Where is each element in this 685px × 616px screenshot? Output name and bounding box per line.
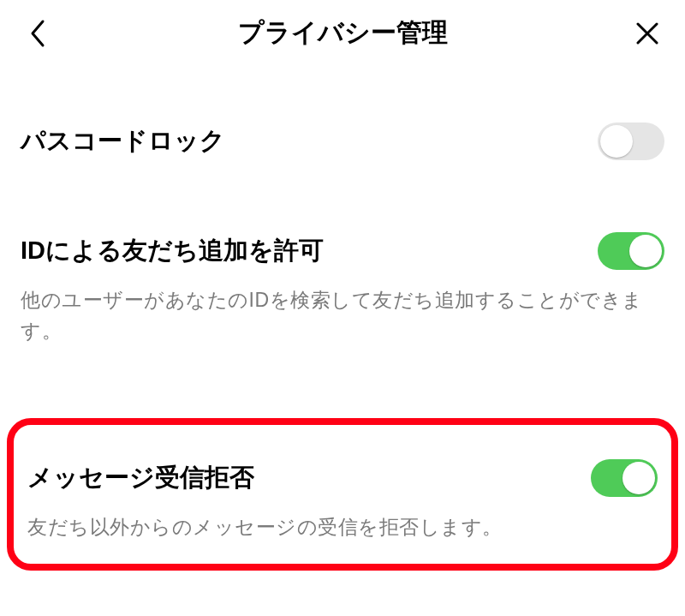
setting-row: パスコードロック bbox=[21, 123, 664, 160]
close-button[interactable] bbox=[630, 16, 664, 51]
back-button[interactable] bbox=[21, 16, 55, 51]
chevron-left-icon bbox=[29, 19, 46, 48]
toggle-knob bbox=[622, 462, 655, 494]
section-passcode-lock: パスコードロック bbox=[21, 66, 664, 160]
setting-label-id-add: IDによる友だち追加を許可 bbox=[21, 234, 324, 268]
toggle-message-block[interactable] bbox=[591, 459, 658, 497]
setting-subtext-message-block: 友だち以外からのメッセージの受信を拒否します。 bbox=[27, 512, 658, 543]
close-icon bbox=[635, 21, 659, 45]
toggle-knob bbox=[600, 125, 633, 158]
settings-content: パスコードロック IDによる友だち追加を許可 他のユーザーがあなたのIDを検索し… bbox=[0, 66, 685, 571]
section-id-friend-add: IDによる友だち追加を許可 他のユーザーがあなたのIDを検索して友だち追加するこ… bbox=[21, 160, 664, 346]
setting-row: IDによる友だち追加を許可 bbox=[21, 232, 664, 270]
section-message-block-highlighted: メッセージ受信拒否 友だち以外からのメッセージの受信を拒否します。 bbox=[7, 418, 678, 571]
setting-label-message-block: メッセージ受信拒否 bbox=[27, 461, 254, 495]
toggle-id-friend-add[interactable] bbox=[598, 232, 664, 270]
setting-subtext-id-add: 他のユーザーがあなたのIDを検索して友だち追加することができます。 bbox=[21, 285, 664, 346]
page-title: プライバシー管理 bbox=[55, 15, 630, 51]
setting-label-passcode: パスコードロック bbox=[21, 124, 225, 158]
toggle-passcode-lock[interactable] bbox=[598, 123, 664, 160]
toggle-knob bbox=[629, 235, 662, 267]
setting-row: メッセージ受信拒否 bbox=[27, 459, 658, 497]
header: プライバシー管理 bbox=[0, 0, 685, 66]
